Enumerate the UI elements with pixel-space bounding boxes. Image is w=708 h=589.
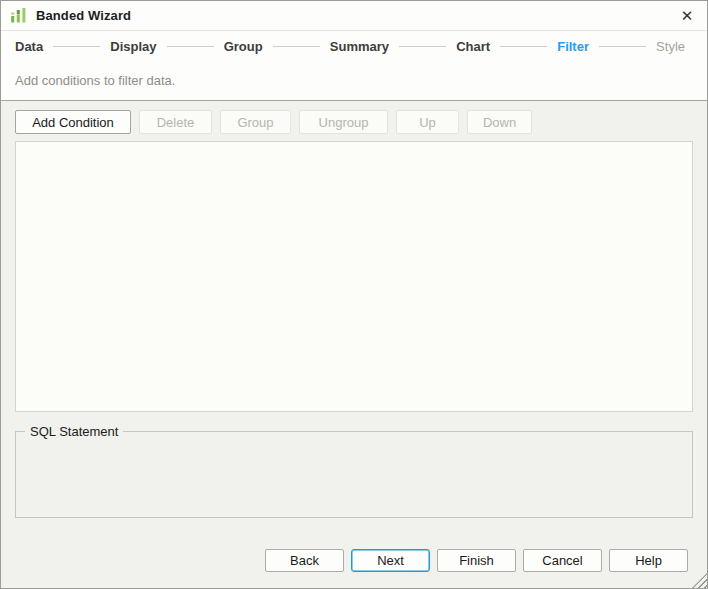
wizard-step-label[interactable]: Style [656,39,685,54]
sql-statement-content [24,439,684,517]
wizard-step-label[interactable]: Summary [330,39,389,54]
conditions-list[interactable] [15,141,693,412]
toolbar-button[interactable]: Delete [139,110,212,134]
sql-statement-legend: SQL Statement [25,424,123,439]
toolbar-button[interactable]: Down [467,110,532,134]
step-connector-line [399,46,446,47]
wizard-step-label[interactable]: Filter [557,39,589,54]
banded-wizard-icon [10,7,28,25]
close-icon[interactable]: ✕ [667,1,707,31]
window-title: Banded Wizard [36,8,131,23]
condition-toolbar: Add Condition Delete Group Ungroup Up Do… [1,101,707,134]
footer-button[interactable]: Next [351,549,430,572]
resize-grip[interactable] [692,573,707,588]
footer-button[interactable]: Finish [437,549,516,572]
wizard-step-label[interactable]: Chart [456,39,490,54]
banded-wizard-dialog: Banded Wizard ✕ Data Display Group Summa… [0,0,708,589]
step-connector-line [599,46,646,47]
wizard-step-nav: Data Display Group Summary Chart [1,31,707,61]
step-connector-line [273,46,320,47]
footer-button[interactable]: Back [265,549,344,572]
toolbar-button[interactable]: Ungroup [299,110,388,134]
title-bar: Banded Wizard ✕ [1,1,707,31]
footer-button[interactable]: Help [609,549,688,572]
footer-button[interactable]: Cancel [523,549,602,572]
sql-statement-group: SQL Statement [15,424,693,518]
toolbar-button[interactable]: Add Condition [15,110,131,134]
wizard-step-label[interactable]: Group [224,39,263,54]
wizard-instruction-bar: Add conditions to filter data. [1,61,707,101]
step-connector-line [500,46,547,47]
step-connector-line [53,46,100,47]
toolbar-button[interactable]: Up [396,110,459,134]
toolbar-button[interactable]: Group [220,110,291,134]
step-connector-line [167,46,214,47]
wizard-step-label[interactable]: Data [15,39,43,54]
wizard-instruction-text: Add conditions to filter data. [15,73,175,88]
wizard-footer: Back Next Finish Cancel Help [265,549,688,572]
wizard-step-label[interactable]: Display [110,39,156,54]
